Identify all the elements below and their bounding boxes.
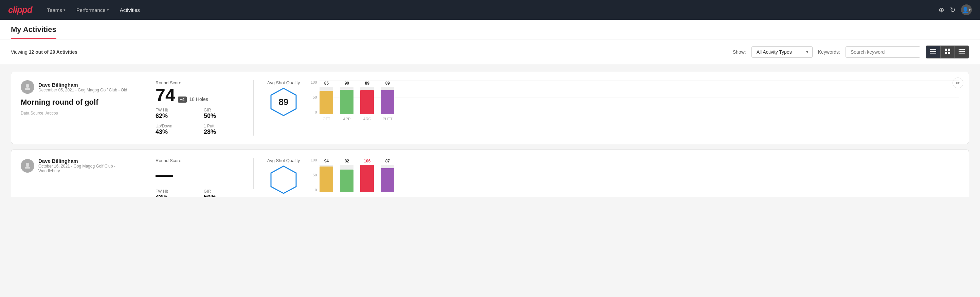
activity-type-select-wrapper[interactable]: All Activity Types xyxy=(751,46,813,58)
avg-shot-quality-label: Avg Shot Quality xyxy=(267,80,300,85)
user-info: Dave Billingham December 05, 2021 - Gog … xyxy=(38,82,127,93)
bar-app-track xyxy=(340,87,353,114)
gir-stat-2: GIR 56% xyxy=(204,189,244,197)
avg-shot-quality-2: Avg Shot Quality xyxy=(263,158,304,195)
svg-rect-7 xyxy=(959,49,959,50)
svg-rect-0 xyxy=(930,49,936,50)
shot-quality-chart: 100 50 0 85 xyxy=(304,80,959,121)
list-compact-view-button[interactable] xyxy=(926,46,940,58)
avatar xyxy=(21,80,34,94)
stats-grid-2: FW Hit 43% GIR 56% xyxy=(156,189,244,197)
bar-arg-fill-2 xyxy=(360,165,374,192)
fw-hit-label-2: FW Hit xyxy=(156,189,196,194)
card-divider-4 xyxy=(253,158,254,189)
user-account-button[interactable]: 👤 ▾ xyxy=(961,5,972,15)
bar-ott-track xyxy=(320,87,333,114)
bar-ott-fill-2 xyxy=(320,166,333,192)
bar-arg-fill xyxy=(360,90,374,114)
nav-links: Teams ▾ Performance ▾ Activities xyxy=(43,5,928,15)
fw-hit-value: 62% xyxy=(156,112,196,120)
bar-app-fill-2 xyxy=(340,169,353,192)
list-icon xyxy=(959,49,965,55)
viewing-count: Viewing 12 out of 29 Activities xyxy=(11,49,727,55)
bar-putt-fill xyxy=(381,90,394,114)
search-input[interactable] xyxy=(846,46,920,58)
gir-stat: GIR 50% xyxy=(204,108,244,120)
gir-value-2: 56% xyxy=(204,194,244,197)
avatar-2 xyxy=(21,159,34,172)
oneputt-label: 1 Putt xyxy=(204,124,244,128)
svg-rect-9 xyxy=(959,51,959,52)
svg-rect-3 xyxy=(945,49,947,51)
bar-ott-track-2 xyxy=(320,165,333,192)
round-score-label-2: Round Score xyxy=(156,158,244,163)
activity-card: ✏ Dave Billingham December 05, 2021 - Go… xyxy=(11,72,969,144)
chevron-down-icon: ▾ xyxy=(64,8,65,12)
updown-value: 43% xyxy=(156,128,196,136)
avg-shot-quality: Avg Shot Quality 89 xyxy=(263,80,304,117)
bar-ott-label: OTT xyxy=(320,117,333,121)
chart-y-labels-2: 100 50 0 xyxy=(311,158,317,192)
svg-point-18 xyxy=(26,163,29,166)
keywords-label: Keywords: xyxy=(818,49,840,55)
refresh-icon[interactable]: ↻ xyxy=(950,6,956,14)
chevron-down-icon: ▾ xyxy=(107,8,109,12)
updown-stat: Up/Down 43% xyxy=(156,124,196,136)
card-left-2: Dave Billingham October 16, 2021 - Gog M… xyxy=(21,158,136,173)
gir-value: 50% xyxy=(204,112,244,120)
gir-label-2: GIR xyxy=(204,189,244,194)
chart-y-labels: 100 50 0 xyxy=(311,80,317,114)
svg-rect-12 xyxy=(960,53,965,54)
user-date-2: October 16, 2021 - Gog Magog Golf Club -… xyxy=(38,164,136,173)
grid-icon xyxy=(945,49,950,55)
bar-app-fill xyxy=(340,90,353,114)
user-date: December 05, 2021 - Gog Magog Golf Club … xyxy=(38,88,127,93)
round-score-row: 74 +4 18 Holes xyxy=(156,86,244,104)
add-circle-icon[interactable]: ⊕ xyxy=(939,6,944,14)
nav-teams[interactable]: Teams ▾ xyxy=(43,5,70,15)
bar-ott-fill xyxy=(320,91,333,114)
svg-rect-11 xyxy=(959,53,959,54)
logo[interactable]: clippd xyxy=(8,5,32,15)
round-score-value-2: — xyxy=(156,164,173,185)
hexagon-score: 89 xyxy=(268,87,299,117)
card-stats-2: Round Score — FW Hit 43% GIR 56% xyxy=(156,158,244,197)
list-view-button[interactable] xyxy=(955,46,969,58)
user-name: Dave Billingham xyxy=(38,82,127,88)
list-compact-icon xyxy=(930,49,936,55)
nav-activities[interactable]: Activities xyxy=(116,5,144,15)
card-divider xyxy=(146,80,146,136)
nav-performance[interactable]: Performance ▾ xyxy=(72,5,113,15)
activity-type-select[interactable]: All Activity Types xyxy=(751,46,813,58)
holes-label: 18 Holes xyxy=(189,96,208,102)
card-stats: Round Score 74 +4 18 Holes FW Hit 62% GI… xyxy=(156,80,244,136)
user-row-2: Dave Billingham October 16, 2021 - Gog M… xyxy=(21,158,136,173)
updown-label: Up/Down xyxy=(156,124,196,128)
hexagon-score-2 xyxy=(268,164,299,195)
oneputt-value: 28% xyxy=(204,128,244,136)
stats-grid: FW Hit 62% GIR 50% Up/Down 43% 1 Putt 28… xyxy=(156,108,244,136)
fw-hit-value-2: 43% xyxy=(156,194,196,197)
bar-putt-label: PUTT xyxy=(381,117,394,121)
user-icon: 👤 xyxy=(962,7,969,13)
svg-rect-10 xyxy=(960,51,965,52)
bar-putt-track xyxy=(381,87,394,114)
fw-hit-stat: FW Hit 62% xyxy=(156,108,196,120)
gridlines-svg-2 xyxy=(320,158,959,192)
nav-right: ⊕ ↻ 👤 ▾ xyxy=(939,5,972,15)
oneputt-stat: 1 Putt 28% xyxy=(204,124,244,136)
view-toggle-buttons xyxy=(926,46,969,59)
data-source: Data Source: Arccos xyxy=(21,111,136,115)
show-label: Show: xyxy=(733,49,746,55)
card-left: Dave Billingham December 05, 2021 - Gog … xyxy=(21,80,136,115)
svg-rect-1 xyxy=(930,51,936,52)
activity-card-2: Dave Billingham October 16, 2021 - Gog M… xyxy=(11,150,969,197)
svg-rect-4 xyxy=(948,49,950,51)
svg-rect-6 xyxy=(948,52,950,54)
gir-label: GIR xyxy=(204,108,244,112)
activity-title: Morning round of golf xyxy=(21,98,136,107)
bar-putt-track-2 xyxy=(381,165,394,192)
grid-view-button[interactable] xyxy=(940,46,955,58)
bar-app-label: APP xyxy=(340,117,353,121)
svg-point-13 xyxy=(26,84,29,87)
